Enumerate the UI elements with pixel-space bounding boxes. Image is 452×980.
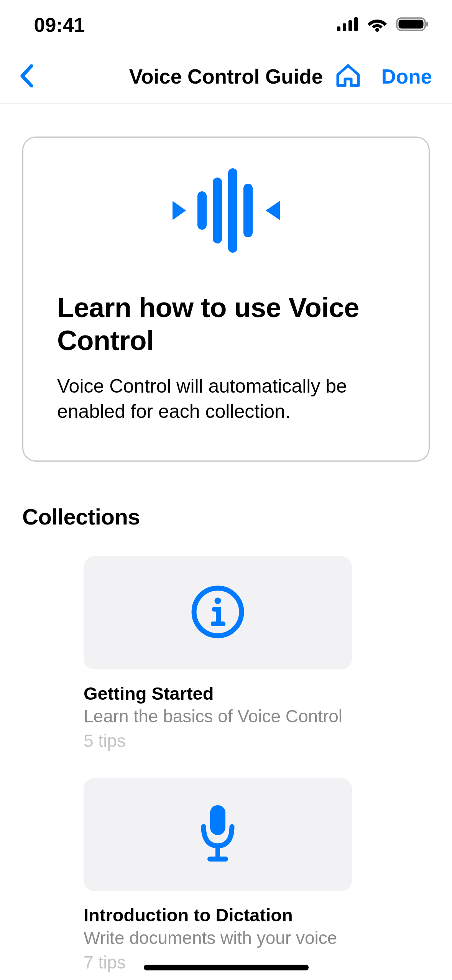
- svg-point-15: [215, 598, 221, 604]
- hero-card: Learn how to use Voice Control Voice Con…: [22, 136, 430, 462]
- collection-tip-count: 5 tips: [84, 730, 430, 751]
- svg-rect-19: [210, 805, 225, 835]
- collection-icon-box: [84, 556, 352, 669]
- collection-title: Getting Started: [84, 683, 430, 704]
- collections-heading: Collections: [22, 504, 430, 529]
- svg-rect-9: [197, 191, 207, 230]
- info-icon: [189, 583, 247, 642]
- hero-subtitle: Voice Control will automatically be enab…: [57, 373, 395, 424]
- voice-control-waveform-icon: [57, 164, 395, 291]
- collection-description: Learn the basics of Voice Control: [84, 706, 430, 727]
- svg-rect-6: [399, 20, 424, 29]
- svg-rect-7: [426, 22, 428, 26]
- svg-rect-10: [213, 178, 222, 243]
- svg-rect-20: [215, 846, 220, 857]
- collection-icon-box: [84, 778, 352, 891]
- status-time: 09:41: [0, 13, 119, 36]
- collection-title: Introduction to Dictation: [84, 904, 430, 926]
- battery-icon: [396, 16, 429, 33]
- microphone-icon: [193, 803, 243, 866]
- svg-marker-8: [173, 201, 186, 220]
- hero-title: Learn how to use Voice Control: [57, 291, 395, 357]
- svg-rect-12: [243, 184, 253, 237]
- navigation-bar: Voice Control Guide Done: [0, 50, 452, 104]
- collection-item-getting-started[interactable]: Getting Started Learn the basics of Voic…: [84, 556, 430, 751]
- svg-rect-2: [348, 20, 352, 31]
- svg-rect-21: [207, 857, 228, 862]
- svg-rect-0: [337, 26, 340, 31]
- collection-item-introduction-to-dictation[interactable]: Introduction to Dictation Write document…: [84, 778, 430, 973]
- svg-rect-18: [211, 622, 225, 626]
- status-bar: 09:41: [0, 0, 452, 50]
- cellular-icon: [337, 17, 358, 33]
- wifi-icon: [367, 16, 388, 33]
- home-indicator[interactable]: [144, 965, 309, 970]
- svg-rect-3: [354, 17, 358, 31]
- svg-rect-11: [228, 168, 237, 253]
- status-indicators: [337, 16, 429, 33]
- done-button[interactable]: Done: [381, 65, 432, 88]
- svg-rect-1: [343, 23, 346, 31]
- page-title: Voice Control Guide: [129, 65, 323, 88]
- svg-marker-13: [266, 201, 280, 220]
- svg-point-4: [375, 28, 379, 32]
- back-button[interactable]: [20, 64, 34, 89]
- content-area: Learn how to use Voice Control Voice Con…: [0, 136, 452, 973]
- home-button[interactable]: [335, 63, 362, 90]
- collection-description: Write documents with your voice: [84, 927, 430, 948]
